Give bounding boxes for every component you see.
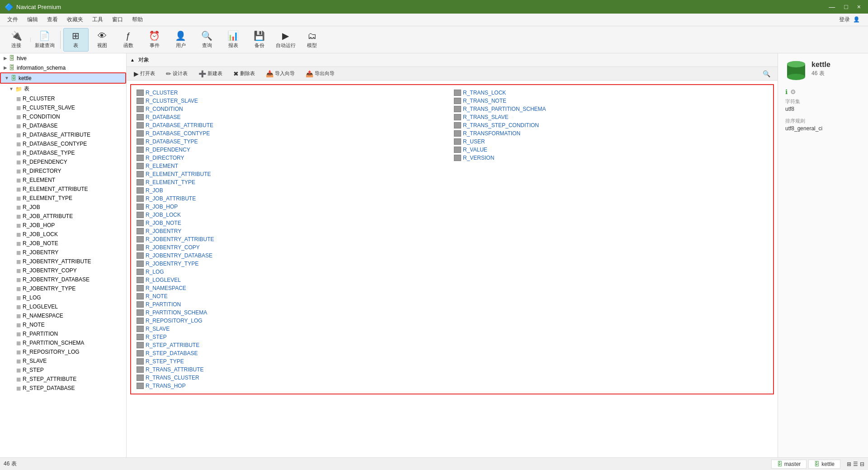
- sidebar-table-r-job[interactable]: ▦ R_JOB: [0, 203, 126, 212]
- list-item[interactable]: R_JOB_HOP: [135, 203, 452, 211]
- list-item[interactable]: R_JOB_LOCK: [135, 211, 452, 219]
- tool-backup[interactable]: 💾 备份: [247, 28, 272, 52]
- sidebar-item-info-schema[interactable]: ▶ 🗄 information_schema: [0, 63, 126, 72]
- sidebar-table-r-repository-log[interactable]: ▦ R_REPOSITORY_LOG: [0, 347, 126, 356]
- sidebar-table-r-slave[interactable]: ▦ R_SLAVE: [0, 356, 126, 366]
- status-tab-master[interactable]: 🗄 master: [771, 460, 807, 469]
- list-item[interactable]: R_STEP_DATABASE: [135, 349, 452, 357]
- sidebar-table-r-database-contype[interactable]: ▦ R_DATABASE_CONTYPE: [0, 139, 126, 148]
- list-item[interactable]: R_DATABASE_TYPE: [135, 138, 452, 146]
- sidebar-table-r-job-attribute[interactable]: ▦ R_JOB_ATTRIBUTE: [0, 212, 126, 221]
- list-item[interactable]: R_ELEMENT: [135, 162, 452, 170]
- tool-autorun[interactable]: ▶ 自动运行: [273, 28, 298, 52]
- sidebar-table-r-log[interactable]: ▦ R_LOG: [0, 293, 126, 302]
- sidebar-table-r-job-note[interactable]: ▦ R_JOB_NOTE: [0, 239, 126, 248]
- list-item[interactable]: R_ELEMENT_TYPE: [135, 178, 452, 186]
- view-grid-icon[interactable]: ⊞: [847, 461, 851, 467]
- list-item[interactable]: R_DATABASE: [135, 113, 452, 121]
- import-wizard-btn[interactable]: 📥 导入向导: [262, 69, 298, 78]
- list-item[interactable]: R_PARTITION: [135, 300, 452, 309]
- list-item[interactable]: R_JOB_NOTE: [135, 219, 452, 227]
- sidebar-table-r-element-attribute[interactable]: ▦ R_ELEMENT_ATTRIBUTE: [0, 185, 126, 194]
- tool-function[interactable]: ƒ 函数: [116, 28, 141, 52]
- list-item[interactable]: R_TRANS_PARTITION_SCHEMA: [452, 105, 769, 113]
- tool-user[interactable]: 👤 用户: [168, 28, 193, 52]
- list-item[interactable]: R_CLUSTER_SLAVE: [135, 97, 452, 105]
- list-item[interactable]: R_TRANS_LOCK: [452, 89, 769, 97]
- sidebar-table-r-job-hop[interactable]: ▦ R_JOB_HOP: [0, 221, 126, 230]
- list-item[interactable]: R_VERSION: [452, 154, 769, 162]
- sidebar-table-r-note[interactable]: ▦ R_NOTE: [0, 320, 126, 329]
- list-item[interactable]: R_STEP_ATTRIBUTE: [135, 341, 452, 349]
- list-item[interactable]: R_JOBENTRY_ATTRIBUTE: [135, 235, 452, 243]
- sidebar-table-r-directory[interactable]: ▦ R_DIRECTORY: [0, 166, 126, 176]
- list-item[interactable]: R_SLAVE: [135, 325, 452, 333]
- sidebar-item-kettle[interactable]: ▼ 🗄 kettle: [0, 72, 126, 84]
- status-tab-kettle[interactable]: 🗄 kettle: [808, 460, 840, 469]
- maximize-btn[interactable]: □: [841, 2, 850, 11]
- list-item[interactable]: R_TRANS_CLUSTER: [135, 374, 452, 382]
- sidebar-table-r-loglevel[interactable]: ▦ R_LOGLEVEL: [0, 302, 126, 311]
- tool-query[interactable]: 🔍 查询: [194, 28, 220, 52]
- list-item[interactable]: R_CONDITION: [135, 105, 452, 113]
- tool-new-query[interactable]: 📄 新建查询: [32, 28, 57, 52]
- list-item[interactable]: R_JOB: [135, 186, 452, 195]
- sidebar-table-r-database[interactable]: ▦ R_DATABASE: [0, 121, 126, 130]
- list-item[interactable]: R_REPOSITORY_LOG: [135, 317, 452, 325]
- list-item[interactable]: R_TRANS_STEP_CONDITION: [452, 121, 769, 129]
- list-item[interactable]: R_VALUE: [452, 146, 769, 154]
- sidebar-table-r-element[interactable]: ▦ R_ELEMENT: [0, 176, 126, 185]
- collapse-icon[interactable]: ▲: [130, 57, 135, 62]
- menu-view[interactable]: 查看: [43, 15, 61, 24]
- tool-view[interactable]: 👁 视图: [90, 28, 115, 52]
- list-item[interactable]: R_NOTE: [135, 292, 452, 300]
- export-wizard-btn[interactable]: 📤 导出向导: [302, 69, 338, 78]
- sidebar-table-r-jobentry[interactable]: ▦ R_JOBENTRY: [0, 248, 126, 257]
- list-item[interactable]: R_ELEMENT_ATTRIBUTE: [135, 170, 452, 178]
- sidebar-item-hive[interactable]: ▶ 🗄 hive: [0, 53, 126, 63]
- sidebar-table-r-database-attribute[interactable]: ▦ R_DATABASE_ATTRIBUTE: [0, 130, 126, 139]
- sidebar-table-r-partition-schema[interactable]: ▦ R_PARTITION_SCHEMA: [0, 338, 126, 347]
- list-item[interactable]: R_USER: [452, 138, 769, 146]
- list-item[interactable]: R_DIRECTORY: [135, 154, 452, 162]
- list-item[interactable]: R_TRANS_SLAVE: [452, 113, 769, 121]
- list-item[interactable]: R_DATABASE_CONTYPE: [135, 129, 452, 138]
- list-item[interactable]: R_NAMESPACE: [135, 284, 452, 292]
- menu-file[interactable]: 文件: [4, 15, 22, 24]
- list-item[interactable]: R_DATABASE_ATTRIBUTE: [135, 121, 452, 129]
- list-item[interactable]: R_PARTITION_SCHEMA: [135, 309, 452, 317]
- sidebar-table-r-job-lock[interactable]: ▦ R_JOB_LOCK: [0, 230, 126, 239]
- sidebar-table-r-element-type[interactable]: ▦ R_ELEMENT_TYPE: [0, 194, 126, 203]
- sidebar-table-r-jobentry-attribute[interactable]: ▦ R_JOBENTRY_ATTRIBUTE: [0, 257, 126, 266]
- menu-tools[interactable]: 工具: [89, 15, 107, 24]
- sidebar-table-r-cluster[interactable]: ▦ R_CLUSTER: [0, 94, 126, 103]
- sidebar-table-r-database-type[interactable]: ▦ R_DATABASE_TYPE: [0, 148, 126, 157]
- list-item[interactable]: R_JOBENTRY_TYPE: [135, 260, 452, 268]
- list-item[interactable]: R_CLUSTER: [135, 89, 452, 97]
- view-list-icon[interactable]: ☰: [853, 461, 858, 467]
- sidebar-table-r-jobentry-database[interactable]: ▦ R_JOBENTRY_DATABASE: [0, 275, 126, 284]
- list-item[interactable]: R_TRANS_ATTRIBUTE: [135, 366, 452, 374]
- tool-model[interactable]: 🗂 模型: [299, 28, 325, 52]
- new-table-btn[interactable]: ➕ 新建表: [195, 69, 226, 78]
- menu-window[interactable]: 窗口: [108, 15, 127, 24]
- sidebar-table-r-step[interactable]: ▦ R_STEP: [0, 366, 126, 375]
- search-icon[interactable]: 🔍: [759, 69, 774, 78]
- list-item[interactable]: R_TRANSFORMATION: [452, 129, 769, 138]
- delete-table-btn[interactable]: ✖ 删除表: [230, 69, 259, 78]
- tool-event[interactable]: ⏰ 事件: [142, 28, 167, 52]
- sidebar-table-r-condition[interactable]: ▦ R_CONDITION: [0, 112, 126, 121]
- close-btn[interactable]: ×: [854, 2, 863, 11]
- design-table-btn[interactable]: ✏ 设计表: [162, 69, 191, 78]
- expand-tables[interactable]: ▼: [9, 86, 14, 91]
- sidebar-table-r-partition[interactable]: ▦ R_PARTITION: [0, 329, 126, 338]
- sidebar-table-r-namespace[interactable]: ▦ R_NAMESPACE: [0, 311, 126, 320]
- sidebar-table-r-jobentry-type[interactable]: ▦ R_JOBENTRY_TYPE: [0, 284, 126, 293]
- minimize-btn[interactable]: —: [826, 2, 838, 11]
- tool-connect[interactable]: 🔌 连接: [4, 28, 29, 52]
- list-item[interactable]: R_STEP: [135, 333, 452, 341]
- list-item[interactable]: R_LOGLEVEL: [135, 276, 452, 284]
- sidebar-table-r-dependency[interactable]: ▦ R_DEPENDENCY: [0, 157, 126, 166]
- sidebar-table-r-step-database[interactable]: ▦ R_STEP_DATABASE: [0, 384, 126, 393]
- list-item[interactable]: R_JOBENTRY_COPY: [135, 243, 452, 252]
